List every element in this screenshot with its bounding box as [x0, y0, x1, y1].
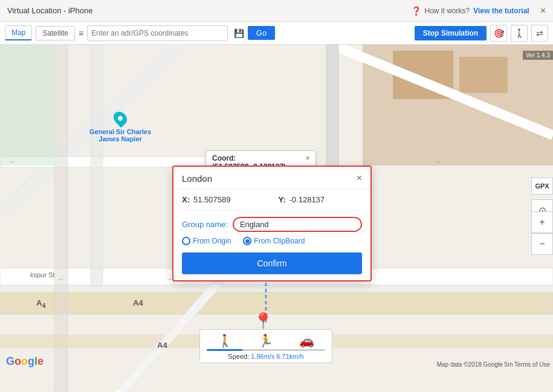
group-name-row: Group name: — [182, 217, 362, 232]
from-origin-label: From Origin — [193, 237, 231, 245]
radio-row: From Origin From ClipBoard — [182, 237, 362, 245]
walk-icon-button[interactable]: 🚶 — [511, 25, 528, 42]
location-dialog: London × X: 51.507589 Y: -0.128137 Group… — [172, 165, 372, 281]
save-icon[interactable]: 💾 — [234, 28, 244, 38]
title-bar: Virtual Location - iPhone ❓ How it works… — [0, 0, 553, 22]
dialog-content: X: 51.507589 Y: -0.128137 Group name: — [173, 189, 370, 280]
from-origin-radio[interactable]: From Origin — [182, 237, 231, 245]
y-value: -0.128137 — [289, 195, 362, 204]
crosshair-icon-button[interactable]: 🎯 — [490, 25, 507, 42]
toolbar: Map Satellite ≡ 💾 Go Stop Simulation 🎯 🚶… — [0, 22, 553, 45]
x-value: 51.507589 — [193, 195, 266, 204]
y-label: Y: — [278, 195, 285, 204]
group-name-label: Group name: — [182, 220, 228, 229]
clipboard-radio-circle — [243, 237, 251, 245]
go-button[interactable]: Go — [248, 26, 275, 40]
dialog-close-button[interactable]: × — [357, 173, 362, 184]
coordinates-row: X: 51.507589 Y: -0.128137 — [182, 195, 362, 211]
dialog-title-bar: London × — [173, 167, 370, 189]
address-input-wrap — [87, 25, 228, 41]
how-it-works-text: How it works? — [425, 7, 470, 15]
from-clipboard-radio[interactable]: From ClipBoard — [243, 237, 305, 245]
title-bar-right: ❓ How it works? View the tutorial × — [411, 5, 546, 16]
stop-simulation-button[interactable]: Stop Simulation — [415, 26, 487, 40]
x-label: X: — [182, 195, 190, 204]
share-icon-button[interactable]: ⇄ — [531, 25, 548, 42]
confirm-button[interactable]: Confirm — [182, 252, 362, 274]
dialog-title: London — [182, 173, 212, 184]
group-name-input[interactable] — [240, 220, 355, 229]
address-input[interactable] — [91, 29, 224, 37]
map-tab-button[interactable]: Map — [5, 25, 32, 40]
group-name-input-wrap — [233, 217, 362, 232]
tutorial-link[interactable]: View the tutorial — [473, 7, 529, 15]
map-area[interactable]: → → → ← → General Sir Charles James Napi… — [0, 45, 553, 392]
from-clipboard-label: From ClipBoard — [254, 237, 305, 245]
list-icon: ≡ — [79, 28, 83, 38]
satellite-tab-button[interactable]: Satellite — [36, 26, 75, 40]
dialog-overlay: London × X: 51.507589 Y: -0.128137 Group… — [0, 45, 553, 392]
origin-radio-circle — [182, 237, 190, 245]
app-title: Virtual Location - iPhone — [7, 6, 92, 15]
help-icon: ❓ — [411, 6, 421, 16]
window-close-button[interactable]: × — [540, 5, 546, 16]
